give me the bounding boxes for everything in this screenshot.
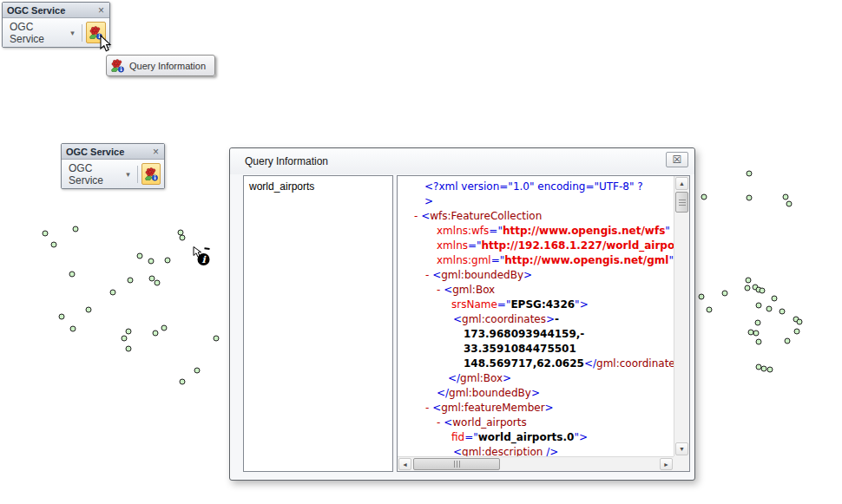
map-marker[interactable] [165, 258, 171, 264]
xml-line: > [413, 194, 674, 209]
map-marker[interactable] [126, 346, 132, 352]
toolbar-close-icon[interactable]: × [97, 6, 105, 15]
xml-line: - <gml:featureMember> [413, 401, 674, 416]
mouse-cursor-icon [100, 35, 112, 53]
query-information-icon [110, 59, 124, 73]
map-marker[interactable] [755, 320, 761, 326]
horizontal-scroll-thumb[interactable] [413, 458, 500, 470]
scroll-down-icon[interactable]: ▼ [675, 442, 688, 455]
map-marker[interactable] [753, 331, 760, 337]
horizontal-scrollbar[interactable]: ◄ ► [398, 456, 674, 471]
xml-line: - <gml:boundedBy> [413, 268, 674, 283]
map-marker[interactable] [766, 306, 773, 312]
xml-line: </gml:boundedBy> [413, 386, 674, 401]
map-marker[interactable] [126, 329, 132, 335]
dropdown-label: OGC Service [69, 162, 122, 187]
map-marker[interactable] [794, 329, 800, 335]
toolbar-title: OGC Service [7, 5, 97, 16]
map-marker[interactable] [756, 339, 762, 345]
map-marker[interactable] [128, 278, 134, 284]
map-marker[interactable] [180, 379, 186, 385]
toolbar-titlebar[interactable]: OGC Service × [3, 3, 109, 18]
xml-line: <gml:coordinates>- [413, 312, 674, 327]
xml-content: <?xml version="1.0" encoding="UTF-8" ?>-… [398, 176, 674, 456]
toolbar-separator [137, 166, 138, 183]
map-marker[interactable] [756, 303, 762, 309]
query-information-button[interactable] [141, 163, 161, 185]
query-information-icon [144, 167, 158, 181]
xml-line: 148.569717,62.0625</gml:coordinates> [413, 357, 674, 371]
map-marker[interactable] [110, 290, 116, 296]
dialog-titlebar[interactable]: Query Information [230, 148, 694, 174]
xml-line: <gml:description /> [413, 445, 674, 456]
map-marker[interactable] [745, 285, 751, 291]
xml-line: - <world_airports [413, 416, 674, 430]
toolbar-body: OGC Service ▾ [62, 160, 164, 188]
toolbar-body: OGC Service ▾ [3, 18, 109, 47]
map-marker[interactable] [767, 367, 773, 373]
xml-line: </gml:Box> [413, 371, 674, 386]
map-marker[interactable] [785, 338, 791, 344]
map-marker[interactable] [155, 280, 161, 286]
map-marker[interactable] [760, 288, 766, 294]
toolbar-titlebar[interactable]: OGC Service × [62, 144, 164, 160]
map-marker[interactable] [161, 325, 168, 331]
map-marker[interactable] [747, 195, 753, 201]
xml-line: - <gml:Box [413, 283, 674, 298]
xml-line: <?xml version="1.0" encoding="UTF-8" ? [413, 180, 674, 194]
scrollbar-corner [674, 456, 689, 471]
map-marker[interactable] [73, 226, 79, 232]
map-marker[interactable] [180, 235, 186, 241]
scroll-right-icon[interactable]: ► [660, 458, 673, 470]
scroll-up-icon[interactable]: ▲ [675, 177, 688, 190]
scroll-left-icon[interactable]: ◄ [398, 458, 411, 470]
toolbar-close-icon[interactable]: × [152, 147, 160, 156]
map-marker[interactable] [701, 194, 707, 200]
map-marker[interactable] [137, 253, 143, 259]
map-marker[interactable] [783, 194, 789, 200]
vertical-scroll-thumb[interactable] [675, 192, 688, 213]
layer-list-item[interactable]: world_airports [244, 176, 392, 197]
query-information-dialog: Query Information ☒ world_airports <?xml… [229, 147, 695, 481]
xml-line: fid="world_airports.0"> [413, 430, 674, 445]
dialog-close-button[interactable]: ☒ [666, 152, 688, 167]
xml-result-panel: <?xml version="1.0" encoding="UTF-8" ?>-… [397, 175, 690, 472]
map-marker[interactable] [51, 242, 57, 248]
map-marker[interactable] [746, 278, 752, 284]
map-marker[interactable] [69, 272, 76, 278]
map-marker[interactable] [153, 331, 159, 337]
map-marker[interactable] [86, 307, 92, 313]
map-marker[interactable] [722, 291, 728, 297]
map-marker[interactable] [194, 368, 201, 374]
map-marker[interactable] [122, 336, 128, 342]
chevron-down-icon: ▾ [126, 170, 130, 179]
map-marker[interactable] [780, 309, 786, 315]
vertical-scrollbar[interactable]: ▲ ▼ [674, 176, 689, 456]
ogc-service-dropdown[interactable]: OGC Service ▾ [6, 18, 78, 48]
tooltip-label: Query Information [129, 61, 206, 71]
map-marker[interactable] [797, 319, 803, 325]
identify-cursor-icon: i [191, 245, 214, 268]
map-marker[interactable] [707, 307, 713, 313]
xml-line: 173.968093944159,- [413, 327, 674, 342]
map-marker[interactable] [747, 171, 753, 177]
map-marker[interactable] [70, 326, 76, 332]
map-marker[interactable] [214, 336, 220, 342]
ogc-service-dropdown[interactable]: OGC Service ▾ [65, 160, 134, 189]
chevron-down-icon: ▾ [70, 29, 75, 37]
map-canvas[interactable]: i OGC Service × OGC Service ▾ OGC Servic… [0, 0, 842, 504]
xml-line: xmlns:gml="http://www.opengis.net/gml"> [413, 253, 674, 268]
xml-line: xmlns="http://192.168.1.227/world_airpor… [413, 239, 674, 253]
map-marker[interactable] [43, 231, 49, 237]
map-marker[interactable] [699, 294, 705, 300]
toolbar-separator [82, 24, 82, 42]
map-marker[interactable] [772, 296, 778, 302]
map-marker[interactable] [786, 201, 793, 207]
xml-line: xmlns:wfs="http://www.opengis.net/wfs" [413, 224, 674, 239]
xml-line: 33.3591084475501 [413, 342, 674, 357]
map-marker[interactable] [59, 314, 65, 320]
map-marker[interactable] [148, 259, 155, 265]
xml-line: srsName="EPSG:4326"> [413, 298, 674, 312]
query-information-tooltip: Query Information [106, 55, 215, 76]
map-marker[interactable] [761, 366, 767, 372]
